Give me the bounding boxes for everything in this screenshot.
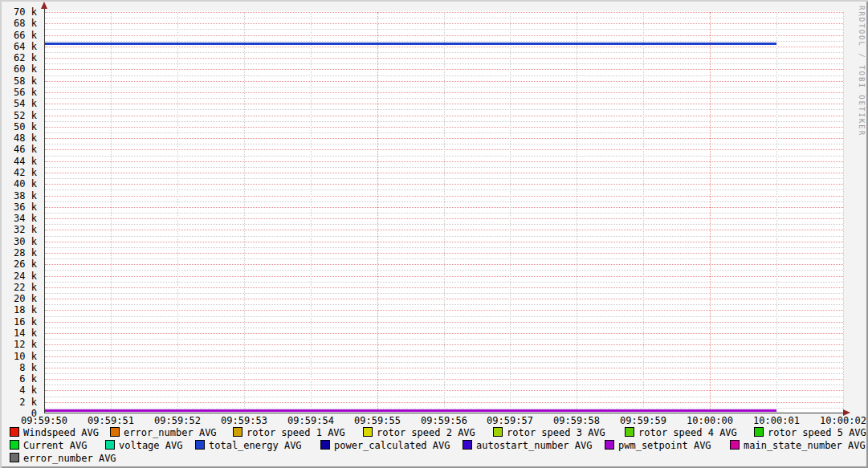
- legend-swatch: [754, 427, 764, 437]
- legend-item: Windspeed AVG: [10, 427, 99, 438]
- y-axis-label: 16 k: [2, 316, 37, 328]
- legend-label: Windspeed AVG: [23, 427, 99, 438]
- legend-label: error_number AVG: [124, 427, 217, 438]
- y-axis-label: 32 k: [2, 224, 37, 235]
- y-axis-label: 2 k: [2, 397, 37, 408]
- x-axis-label: 09:59:55: [345, 415, 410, 426]
- gridline-v-minor: [510, 12, 511, 413]
- x-axis-label: 09:59:57: [478, 415, 542, 426]
- y-axis-label: 58 k: [2, 75, 37, 87]
- y-axis-label: 22 k: [2, 282, 37, 293]
- y-axis-label: 50 k: [2, 121, 37, 132]
- gridline-v-major: [710, 12, 711, 413]
- gridline-v-minor: [843, 12, 844, 413]
- legend-label: rotor speed 2 AVG: [377, 427, 475, 438]
- y-axis-label: 18 k: [2, 304, 37, 315]
- y-axis-label: 56 k: [2, 87, 37, 98]
- x-axis-label: 09:59:58: [544, 415, 609, 426]
- y-axis-label: 30 k: [2, 236, 37, 247]
- legend-item: error_number AVG: [10, 453, 116, 464]
- gridline-v-minor: [111, 12, 112, 413]
- legend-swatch: [10, 427, 19, 437]
- legend-item: error_number AVG: [110, 427, 217, 438]
- y-axis-label: 36 k: [2, 201, 37, 213]
- y-axis-label: 4 k: [2, 385, 37, 396]
- y-axis-label: 24 k: [2, 271, 37, 282]
- legend-swatch: [493, 427, 503, 437]
- legend-item: pwm_setpoint AVG: [605, 440, 711, 451]
- gridline-v-minor: [776, 12, 777, 413]
- x-axis-label: 10:00:02: [811, 415, 868, 426]
- legend-label: error_number AVG: [23, 453, 116, 464]
- legend-label: rotor speed 4 AVG: [638, 427, 737, 438]
- legend-item: power_calculated AVG: [320, 440, 450, 451]
- legend-swatch: [625, 427, 634, 437]
- y-axis-label: 42 k: [2, 167, 37, 178]
- gridline-v-minor: [444, 12, 445, 413]
- x-axis-label: 09:59:51: [79, 415, 143, 426]
- legend-item: rotor speed 1 AVG: [233, 427, 345, 438]
- y-axis-label: 10 k: [2, 351, 37, 362]
- x-axis-label: 10:00:01: [744, 415, 809, 426]
- legend-swatch: [10, 453, 19, 462]
- legend-swatch: [110, 427, 120, 437]
- x-axis-label: 09:59:52: [145, 415, 210, 426]
- legend-swatch: [363, 427, 373, 437]
- legend-item: voltage AVG: [105, 440, 182, 451]
- gridline-v-minor: [177, 12, 178, 413]
- legend-item: main_state_number AVG: [730, 440, 866, 451]
- y-axis-label: 54 k: [2, 98, 37, 109]
- y-axis-label: 52 k: [2, 110, 37, 121]
- legend-item: rotor speed 3 AVG: [493, 427, 605, 438]
- x-axis-label: 09:59:53: [212, 415, 276, 426]
- y-axis-label: 68 k: [2, 18, 37, 29]
- legend-label: Current AVG: [23, 440, 87, 451]
- y-axis-arrow-icon: [41, 2, 47, 9]
- y-axis-label: 12 k: [2, 339, 37, 350]
- legend-item: rotor speed 5 AVG: [754, 427, 866, 438]
- x-axis-label: 09:59:54: [279, 415, 343, 426]
- x-axis-label: 09:59:59: [611, 415, 675, 426]
- legend-label: pwm_setpoint AVG: [618, 440, 711, 451]
- legend-swatch: [605, 440, 614, 450]
- y-axis-label: 70 k: [2, 6, 37, 18]
- legend-swatch: [105, 440, 115, 450]
- legend-label: rotor speed 5 AVG: [768, 427, 866, 438]
- legend-item: rotor speed 2 AVG: [363, 427, 475, 438]
- gridline-v-minor: [577, 12, 577, 413]
- y-axis-label: 26 k: [2, 258, 37, 270]
- legend-label: voltage AVG: [119, 440, 182, 451]
- gridline-v-minor: [311, 12, 312, 413]
- rrdtool-graph: 70 k68 k66 k64 k62 k60 k58 k56 k54 k52 k…: [0, 0, 868, 468]
- watermark: RRDTOOL / TOBI OETIKER: [858, 6, 866, 136]
- y-axis-label: 60 k: [2, 63, 37, 75]
- legend-swatch: [730, 440, 740, 450]
- legend-item: Current AVG: [10, 440, 87, 451]
- gridline-v-minor: [244, 12, 245, 413]
- y-axis-label: 48 k: [2, 132, 37, 144]
- legend-label: rotor speed 1 AVG: [247, 427, 345, 438]
- y-axis-label: 14 k: [2, 328, 37, 339]
- legend-label: autostart_number AVG: [476, 440, 593, 451]
- y-axis-label: 34 k: [2, 213, 37, 224]
- series-line: [45, 43, 776, 45]
- legend-label: rotor speed 3 AVG: [507, 427, 605, 438]
- y-axis-label: 38 k: [2, 190, 37, 201]
- x-axis-label: 09:59:56: [412, 415, 476, 426]
- legend-label: total_energy AVG: [209, 440, 302, 451]
- y-axis-label: 28 k: [2, 247, 37, 258]
- legend-label: main_state_number AVG: [744, 440, 866, 451]
- series-line: [45, 409, 776, 412]
- gridline-v-minor: [643, 12, 644, 413]
- legend-item: rotor speed 4 AVG: [625, 427, 737, 438]
- y-axis-label: 20 k: [2, 293, 37, 304]
- legend-swatch: [320, 440, 330, 450]
- y-axis-line: [44, 6, 45, 413]
- y-axis-label: 40 k: [2, 178, 37, 189]
- y-axis-label: 64 k: [2, 41, 37, 52]
- legend-label: power_calculated AVG: [334, 440, 450, 451]
- legend-swatch: [10, 440, 19, 450]
- x-axis-label: 10:00:00: [678, 415, 742, 426]
- legend-swatch: [233, 427, 242, 437]
- y-axis-label: 46 k: [2, 144, 37, 155]
